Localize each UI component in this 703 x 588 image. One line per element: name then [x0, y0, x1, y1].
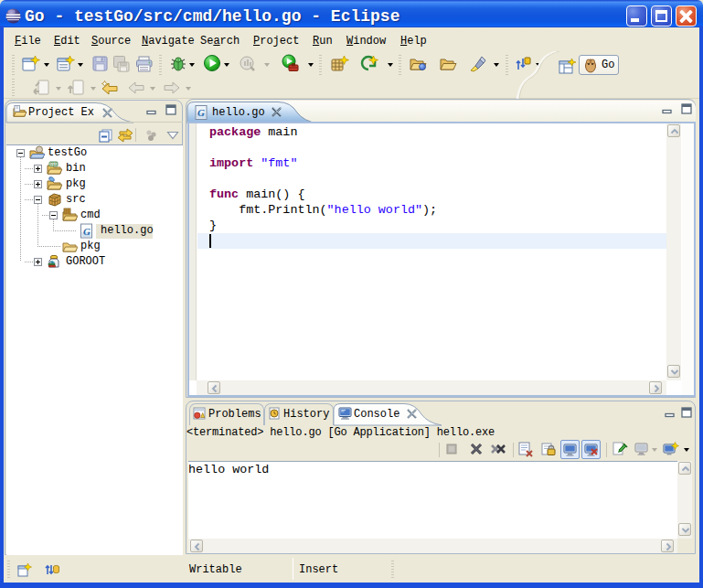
svg-text:G: G [197, 107, 205, 118]
svg-text:010: 010 [50, 162, 58, 166]
svg-text:G: G [83, 226, 91, 237]
